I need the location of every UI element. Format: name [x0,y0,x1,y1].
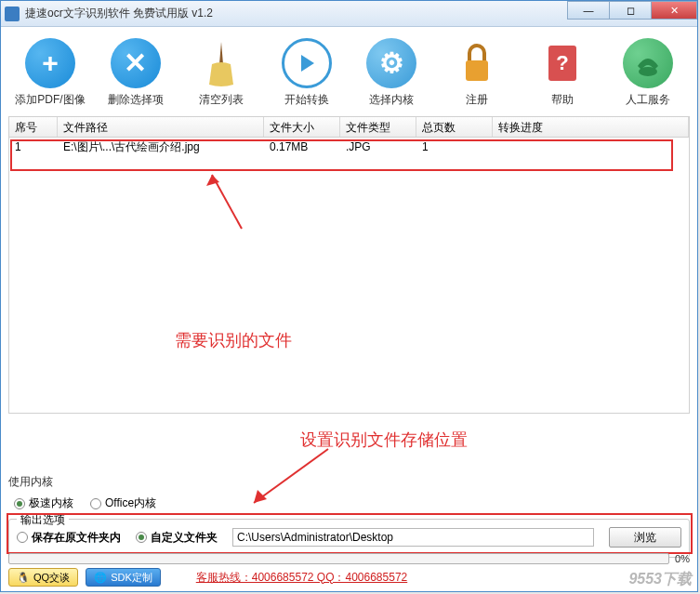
register-button[interactable]: 注册 [435,38,519,108]
kernel-fast-radio[interactable]: 极速内核 [14,495,73,511]
col-type: 文件类型 [340,117,416,137]
svg-text:?: ? [556,51,568,74]
annotation-text: 需要识别的文件 [175,329,292,351]
progress-percent: 0% [675,553,690,564]
save-custom-folder-radio[interactable]: 自定义文件夹 [136,530,218,546]
file-table: 席号 文件路径 文件大小 文件类型 总页数 转换进度 1 E:\图片\...\古… [8,116,690,414]
plus-icon: + [25,38,75,88]
app-icon [5,7,20,21]
broom-icon [196,38,246,88]
watermark: 9553下载 [628,570,692,589]
col-progress: 转换进度 [493,117,689,137]
annotation-text: 设置识别文件存储位置 [300,429,468,451]
progress-bar-row: 0% [8,552,690,565]
app-window: 捷速ocr文字识别软件 免费试用版 v1.2 — ◻ ✕ + 添加PDF/图像 … [0,0,698,592]
save-same-folder-radio[interactable]: 保存在原文件夹内 [17,530,121,546]
toolbar: + 添加PDF/图像 ✕ 删除选择项 清空列表 开始转换 ⚙ 选择内核 注册 [1,27,697,112]
svg-rect-0 [466,60,488,81]
delete-button[interactable]: ✕ 删除选择项 [94,38,178,108]
settings-panel: 使用内核 极速内核 Office内核 输出选项 保存在原文件夹内 自定义文件夹 … [8,474,690,558]
col-size: 文件大小 [264,117,340,137]
window-title: 捷速ocr文字识别软件 免费试用版 v1.2 [25,6,213,21]
x-icon: ✕ [111,38,161,88]
kernel-office-radio[interactable]: Office内核 [90,495,156,511]
col-index: 席号 [9,117,58,137]
kernel-button[interactable]: ⚙ 选择内核 [350,38,434,108]
progress-bar [8,553,669,564]
add-button[interactable]: + 添加PDF/图像 [8,38,92,108]
minimize-button[interactable]: — [567,1,610,20]
qq-chat-button[interactable]: 🐧QQ交谈 [8,568,78,587]
table-header: 席号 文件路径 文件大小 文件类型 总页数 转换进度 [9,117,689,138]
output-path-input[interactable] [232,528,594,547]
close-button[interactable]: ✕ [651,1,697,20]
titlebar: 捷速ocr文字识别软件 免费试用版 v1.2 — ◻ ✕ [1,1,697,27]
globe-icon: 🌐 [94,572,107,584]
help-button[interactable]: ? 帮助 [521,38,604,108]
lock-icon [452,38,502,88]
output-legend: 输出选项 [17,512,69,528]
hotline-link[interactable]: 客服热线：4006685572 QQ：4006685572 [196,570,407,586]
kernel-label: 使用内核 [8,474,690,490]
phone-icon [623,38,673,88]
col-path: 文件路径 [58,117,264,137]
sdk-button[interactable]: 🌐SDK定制 [86,568,161,587]
footer: 🐧QQ交谈 🌐SDK定制 客服热线：4006685572 QQ：40066855… [8,567,690,587]
col-pages: 总页数 [416,117,493,137]
qq-icon: 🐧 [17,572,30,584]
service-button[interactable]: 人工服务 [606,38,690,108]
help-icon: ? [537,38,588,88]
clear-button[interactable]: 清空列表 [179,38,263,108]
svg-point-3 [639,67,657,76]
maximize-button[interactable]: ◻ [609,1,652,20]
gear-icon: ⚙ [366,38,416,88]
table-row[interactable]: 1 E:\图片\...\古代绘画介绍.jpg 0.17MB .JPG 1 [9,138,689,156]
start-button[interactable]: 开始转换 [265,38,349,108]
play-icon [282,38,332,88]
browse-button[interactable]: 浏览 [609,527,681,548]
annotation-arrow-icon [195,169,270,234]
